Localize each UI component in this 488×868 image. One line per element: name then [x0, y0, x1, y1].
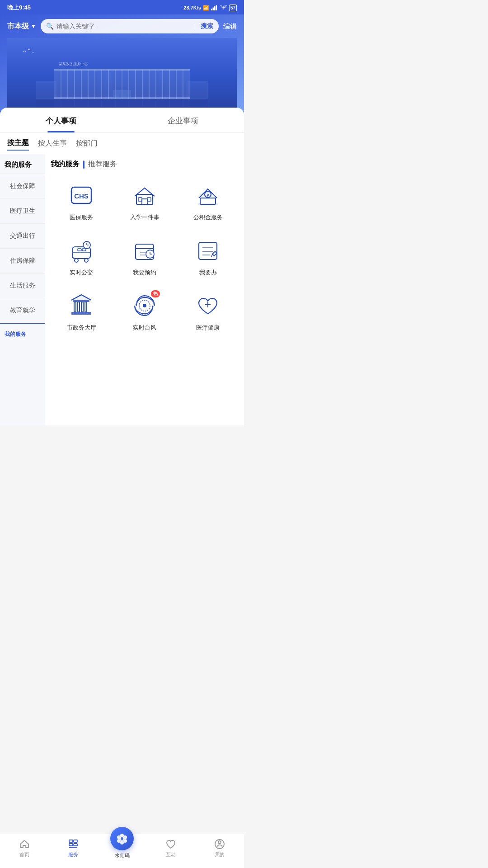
svg-rect-76 [74, 302, 76, 312]
service-section: 我的服务 社会保障 医疗卫生 交通出行 住房保障 生活服务 教育就学 我的服务 … [0, 154, 244, 425]
city-label: 市本级 [7, 22, 29, 31]
sidebar-item-social[interactable]: 社会保障 [0, 174, 45, 199]
health-label: 医疗健康 [196, 324, 220, 332]
scroll-hint: 我的服务 [0, 323, 45, 340]
svg-rect-77 [78, 302, 80, 312]
svg-rect-28 [36, 81, 56, 99]
appointment-label: 我要预约 [133, 269, 156, 277]
wifi-icon [220, 5, 227, 10]
sidebar-header: 我的服务 [0, 154, 45, 174]
svg-rect-49 [200, 198, 216, 204]
handle-label: 我要办 [199, 269, 217, 277]
header: 市本级 ▼ 🔍 搜索 编辑 [0, 14, 244, 115]
sidebar: 我的服务 社会保障 医疗卫生 交通出行 住房保障 生活服务 教育就学 我的服务 [0, 154, 45, 425]
svg-rect-29 [188, 81, 208, 99]
search-divider [195, 23, 195, 29]
gov-hall-icon-wrap [67, 291, 96, 320]
svg-rect-1 [212, 8, 214, 11]
page-bottom [0, 425, 244, 466]
svg-rect-69 [199, 242, 217, 259]
bluetooth-icon: 📶 [203, 5, 209, 11]
sidebar-item-life[interactable]: 生活服务 [0, 274, 45, 298]
tab-personal[interactable]: 个人事项 [0, 108, 122, 132]
typhoon-label: 实时台风 [133, 324, 156, 332]
gov-hall-label: 市政务大厅 [67, 324, 96, 332]
sidebar-item-medical[interactable]: 医疗卫生 [0, 199, 45, 224]
bus-label: 实时公交 [70, 269, 93, 277]
signal-icon [211, 5, 218, 10]
status-bar: 晚上9:45 28.7K/s 📶 57 [0, 0, 244, 14]
search-input[interactable] [56, 23, 189, 30]
dropdown-icon: ▼ [31, 23, 36, 29]
my-service-label: 我的服务 [51, 160, 80, 169]
service-typhoon[interactable]: 热 实时台风 [114, 286, 175, 337]
recommend-label: 推荐服务 [88, 160, 117, 169]
svg-rect-78 [81, 302, 83, 312]
service-appointment[interactable]: 我要预约 [114, 231, 175, 282]
fund-icon-wrap: ¥ [193, 181, 222, 210]
svg-rect-27 [113, 90, 131, 99]
health-insurance-icon-wrap: CHS [67, 181, 96, 210]
svg-rect-58 [82, 249, 86, 251]
battery-icon: 57 [229, 5, 237, 11]
filter-theme[interactable]: 按主题 [7, 138, 29, 151]
status-time: 晚上9:45 [7, 4, 31, 12]
typhoon-icon-wrap: 热 [130, 291, 159, 320]
svg-rect-3 [216, 5, 217, 11]
filter-life[interactable]: 按人生事 [38, 139, 67, 150]
service-grid: CHS 医保服务 [51, 175, 239, 337]
svg-rect-79 [85, 302, 87, 312]
svg-rect-46 [142, 199, 147, 204]
service-health-insurance[interactable]: CHS 医保服务 [51, 175, 112, 227]
service-bus[interactable]: 实时公交 [51, 231, 112, 282]
svg-point-55 [75, 259, 78, 262]
search-icon: 🔍 [46, 23, 54, 30]
filter-dept[interactable]: 按部门 [76, 139, 98, 150]
hot-badge: 热 [151, 290, 160, 297]
svg-rect-57 [78, 249, 81, 251]
header-divider [83, 160, 84, 169]
banner: 某某政务服务中心 [7, 38, 237, 115]
health-insurance-label: 医保服务 [70, 213, 93, 222]
content-header: 我的服务 推荐服务 [51, 154, 239, 175]
appointment-icon-wrap [130, 236, 159, 265]
svg-rect-48 [147, 198, 151, 201]
svg-rect-50 [198, 203, 218, 205]
svg-text:¥: ¥ [206, 193, 209, 198]
svg-point-80 [143, 304, 146, 307]
sidebar-item-housing[interactable]: 住房保障 [0, 249, 45, 274]
battery-level: 57 [230, 5, 235, 10]
sidebar-item-traffic[interactable]: 交通出行 [0, 224, 45, 249]
service-fund[interactable]: ¥ 公积金服务 [177, 175, 239, 227]
service-handle[interactable]: 我要办 [177, 231, 239, 282]
svg-rect-0 [211, 9, 212, 10]
filter-tabs: 按主题 按人生事 按部门 [0, 133, 244, 154]
school-icon-wrap [130, 181, 159, 210]
header-row: 市本级 ▼ 🔍 搜索 编辑 [7, 19, 237, 33]
svg-text:某某政务服务中心: 某某政务服务中心 [59, 62, 88, 66]
main-content: 个人事项 企业事项 按主题 按人生事 按部门 我的服务 社会保障 医疗卫生 交通… [0, 108, 244, 425]
svg-point-56 [84, 259, 88, 262]
svg-rect-2 [214, 6, 216, 10]
service-health[interactable]: 医疗健康 [177, 286, 239, 337]
svg-rect-45 [136, 194, 153, 204]
tab-enterprise[interactable]: 企业事项 [122, 108, 244, 132]
handle-icon-wrap [193, 236, 222, 265]
health-icon-wrap [193, 291, 222, 320]
search-button[interactable]: 搜索 [201, 22, 213, 30]
sidebar-item-edu[interactable]: 教育就学 [0, 298, 45, 323]
svg-line-73 [211, 254, 212, 257]
banner-building: 某某政务服务中心 [36, 56, 208, 115]
service-school[interactable]: 入学一件事 [114, 175, 175, 227]
city-selector[interactable]: 市本级 ▼ [7, 22, 36, 31]
svg-text:CHS: CHS [74, 192, 89, 200]
edit-button[interactable]: 编辑 [223, 22, 237, 31]
fund-label: 公积金服务 [193, 213, 223, 222]
banner-birds [21, 47, 48, 56]
bus-icon-wrap [67, 236, 96, 265]
service-gov-hall[interactable]: 市政务大厅 [51, 286, 112, 337]
school-label: 入学一件事 [130, 213, 160, 222]
status-right: 28.7K/s 📶 57 [183, 5, 237, 11]
content-area: 我的服务 推荐服务 CHS 医保服务 [45, 154, 244, 425]
search-bar[interactable]: 🔍 搜索 [41, 19, 219, 33]
